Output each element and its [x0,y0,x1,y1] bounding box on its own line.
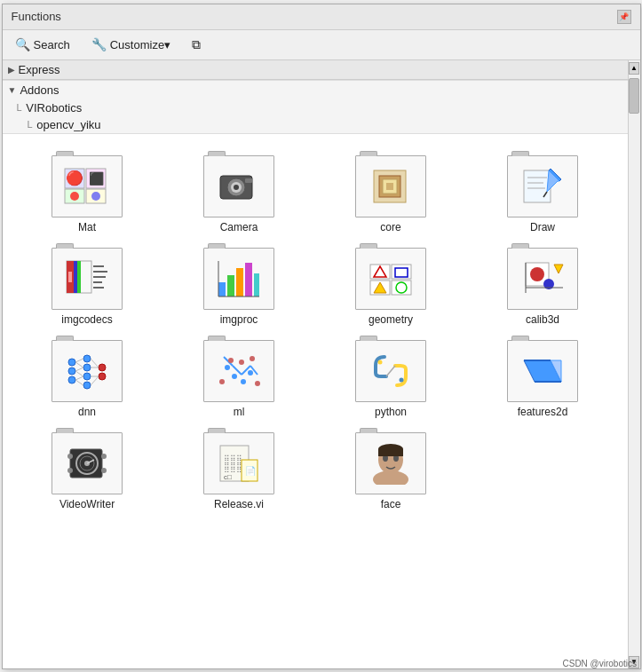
svg-line-73 [91,376,99,385]
svg-text:⣿⣿⣿: ⣿⣿⣿ [224,463,242,472]
window-title: Functions [12,10,61,23]
svg-rect-26 [74,261,77,293]
svg-rect-34 [218,282,226,296]
svg-rect-114 [378,449,403,456]
list-item[interactable]: Draw [467,148,619,241]
svg-rect-17 [524,170,551,202]
toolbar: 🔍 Search 🔧 Customize▾ ⧉ [3,30,640,60]
svg-rect-16 [386,183,393,190]
svg-point-86 [255,381,260,386]
svg-rect-37 [245,263,252,296]
list-item[interactable]: ml [163,333,315,425]
dnn-label: dnn [78,406,96,418]
python-label: python [375,406,407,418]
svg-rect-35 [227,275,234,296]
content-area: ▶ Express ▼ Addons L VIRobotics L opencv… [3,60,640,668]
virobotics-label: VIRobotics [26,101,82,115]
pin-button[interactable]: 📌 [617,10,631,24]
svg-line-69 [75,380,83,385]
face-label: face [381,498,401,510]
svg-point-81 [248,370,253,376]
svg-point-62 [99,364,106,371]
svg-point-102 [101,468,107,473]
svg-line-65 [75,362,83,368]
list-item[interactable]: 🔴 ⬛ Mat [12,148,163,241]
addons-arrow-icon: ▼ [8,85,17,95]
tree-section-express: ▶ Express [3,60,628,81]
svg-text:⣿⣿⣿: ⣿⣿⣿ [224,455,242,463]
search-label: Search [34,38,70,51]
geometry-label: geometry [369,313,413,326]
mat-folder-icon: 🔴 ⬛ [52,155,123,217]
svg-marker-52 [554,265,563,273]
svg-line-68 [75,376,83,380]
videowriter-folder-icon [52,432,123,494]
imgproc-label: imgproc [220,313,258,326]
camera-label: Camera [220,221,258,233]
svg-text:🔴: 🔴 [66,170,83,186]
list-item[interactable]: Camera [163,148,315,241]
customize-label: Customize▾ [110,38,170,51]
release-label: Release.vi [214,498,264,510]
search-button[interactable]: 🔍 Search [12,36,74,53]
svg-line-67 [75,371,83,376]
ml-folder-icon [203,340,274,402]
svg-line-66 [75,368,83,371]
list-item[interactable]: geometry [315,241,467,333]
svg-point-85 [219,379,225,384]
svg-point-63 [99,373,106,380]
svg-line-89 [386,366,395,376]
view-button[interactable]: ⧉ [188,36,204,54]
customize-button[interactable]: 🔧 Customize▾ [88,36,174,53]
list-item[interactable]: ⣿⣿⣿ ⣿⣿⣿ c□ 📄 Release.vi [163,425,315,518]
svg-line-70 [91,359,99,368]
imgcodecs-label: imgcodecs [61,313,112,326]
mat-label: Mat [78,221,96,233]
geometry-folder-icon [355,248,426,310]
svg-text:⬛: ⬛ [89,171,105,186]
list-item[interactable]: imgproc [163,241,315,333]
list-item[interactable]: core [315,148,467,241]
svg-point-84 [250,356,255,361]
tree-row-express[interactable]: ▶ Express [3,60,628,80]
list-item[interactable]: imgcodecs [12,241,163,333]
core-folder-icon [355,155,426,217]
list-item[interactable]: python [315,333,467,425]
svg-line-64 [75,359,83,362]
scroll-thumb[interactable] [629,78,639,114]
list-item[interactable]: calib3d [467,241,619,333]
svg-point-80 [241,379,246,384]
calib3d-folder-icon [507,248,578,310]
svg-point-82 [228,358,234,363]
list-item[interactable]: features2d [467,333,619,425]
svg-text:📄: 📄 [245,465,257,477]
list-item[interactable]: face [315,425,467,518]
search-icon: 🔍 [15,37,30,51]
scrollbar[interactable]: ▲ ▼ [628,60,640,668]
list-item[interactable]: VideoWriter [12,425,163,518]
svg-point-6 [70,192,79,201]
express-label: Express [19,63,60,76]
svg-point-55 [68,359,75,366]
svg-point-61 [83,382,91,389]
list-item[interactable]: dnn [12,333,163,425]
svg-point-101 [101,454,107,459]
svg-point-50 [530,267,544,281]
svg-point-79 [232,374,237,379]
tree-row-addons[interactable]: ▼ Addons [3,81,628,99]
tree-row-virobotics[interactable]: L VIRobotics [3,99,628,116]
imgproc-folder-icon [203,248,274,310]
svg-point-100 [67,468,73,473]
core-label: core [380,221,400,233]
svg-point-78 [225,365,230,370]
svg-point-87 [378,360,383,364]
draw-label: Draw [530,221,555,233]
svg-rect-27 [77,261,81,293]
features2d-label: features2d [518,406,568,418]
icon-grid: 🔴 ⬛ Mat [3,134,628,525]
title-bar: Functions 📌 [3,4,640,30]
svg-point-83 [239,360,244,365]
tree-row-opencv[interactable]: L opencv_yiku [3,116,628,133]
svg-point-57 [68,376,75,383]
scroll-up-button[interactable]: ▲ [629,62,639,75]
